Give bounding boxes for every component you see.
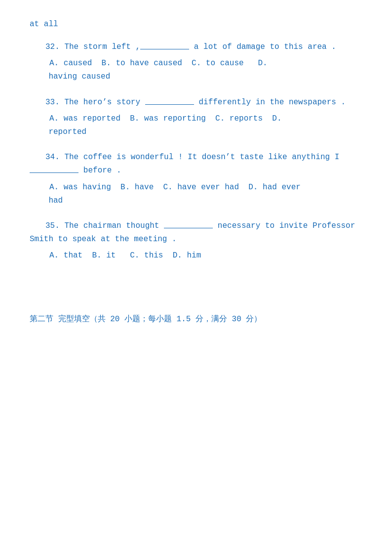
question-35: 35. The chairman thought necessary to in… [30,219,362,263]
blank-35 [164,219,213,228]
section-header: 第二节 完型填空（共 20 小题；每小题 1.5 分，满分 30 分） [30,314,362,324]
question-33: 33. The hero’s story differently in the … [30,96,362,139]
question-32-text: 32. The storm left , a lot of damage to … [30,41,362,54]
question-33-options: A. was reported B. was reporting C. repo… [30,112,362,139]
blank-32 [140,41,189,49]
question-35-options: A. that B. it C. this D. him [30,249,362,262]
page-content: at all 32. The storm left , a lot of dam… [30,20,362,324]
divider-space [30,274,362,284]
divider-space-2 [30,284,362,294]
question-34: 34. The coffee is wonderful ! It doesn’t… [30,151,362,208]
at-all-text: at all [30,20,362,29]
question-32-options: A. caused B. to have caused C. to cause … [30,57,362,84]
question-34-options: A. was having B. have C. have ever had D… [30,181,362,208]
blank-34 [30,164,78,173]
blank-33 [145,96,194,105]
question-35-text: 35. The chairman thought necessary to in… [30,219,362,246]
question-33-text: 33. The hero’s story differently in the … [30,96,362,109]
question-34-text: 34. The coffee is wonderful ! It doesn’t… [30,151,362,177]
question-32: 32. The storm left , a lot of damage to … [30,41,362,84]
